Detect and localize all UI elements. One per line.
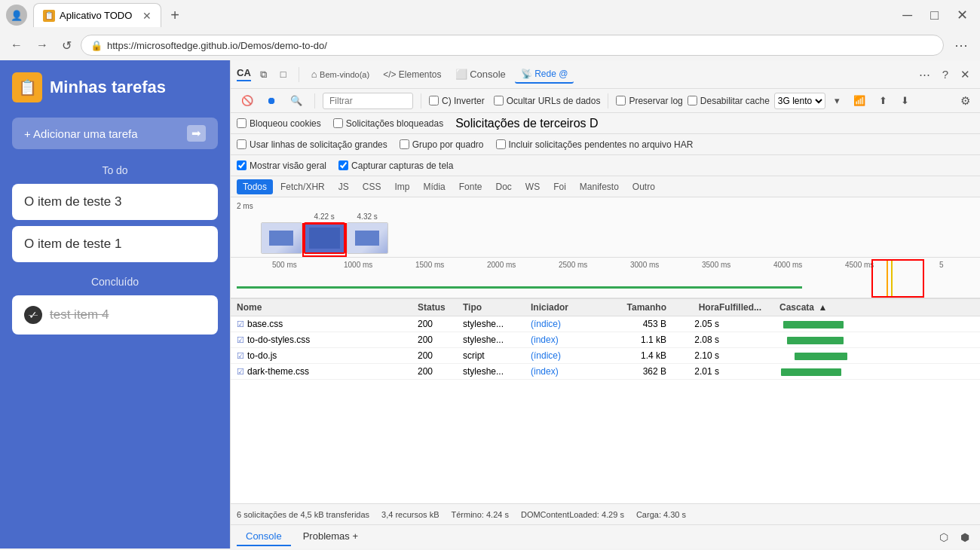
- tick-4000: 4000 ms: [773, 261, 802, 269]
- add-task-button[interactable]: + Adicionar uma tarefa ➡: [12, 118, 218, 149]
- completed-section-label: Concluído: [12, 276, 218, 288]
- blocked-requests-check[interactable]: Solicitações bloqueadas: [333, 118, 443, 129]
- capture-screenshots-check[interactable]: Capturar capturas de tela: [338, 160, 453, 171]
- filmstrip: 2 ms 4.22 s: [231, 197, 980, 258]
- undock-button[interactable]: ⬡: [935, 529, 953, 545]
- tab-title: Aplicativo TODO: [60, 10, 132, 21]
- devtools-close-button[interactable]: ✕: [957, 66, 974, 84]
- type-tab-foi[interactable]: Foi: [547, 179, 572, 194]
- network-tab[interactable]: 📡 Rede @: [515, 66, 574, 84]
- preserve-log-checkbox[interactable]: Preservar log: [616, 96, 682, 106]
- hide-urls-checkbox[interactable]: Ocultar URLs de dados: [494, 96, 601, 106]
- type-tab-fetch[interactable]: Fetch/XHR: [274, 179, 331, 194]
- todo-section-label: To do: [12, 164, 218, 176]
- settings-icon[interactable]: ⚙: [957, 92, 974, 110]
- filmstrip-item-3[interactable]: 4.32 s: [347, 212, 388, 254]
- type-tab-all[interactable]: Todos: [237, 179, 273, 194]
- tab-favicon: 📋: [43, 10, 55, 22]
- task-item-3[interactable]: O item de teste 3: [12, 184, 218, 220]
- filmstrip-thumb-selected: [304, 222, 345, 254]
- download-icon[interactable]: ⬇: [896, 93, 914, 108]
- console-tab[interactable]: ⬜ Console: [451, 66, 510, 82]
- third-party-label: Solicitações de terceiros D: [455, 117, 598, 130]
- help-button[interactable]: ?: [939, 66, 952, 83]
- detach-button[interactable]: ⧉: [256, 66, 271, 83]
- add-task-label: + Adicionar uma tarefa: [24, 127, 138, 140]
- close-button[interactable]: ✕: [951, 4, 974, 26]
- file-icon-2: ☑: [237, 335, 244, 345]
- tab-close-button[interactable]: ✕: [142, 10, 152, 22]
- network-table[interactable]: Nome Status Tipo Iniciador Tamanho Hora …: [231, 299, 980, 503]
- home-button[interactable]: ⌂ Bem-vindo(a): [307, 66, 375, 82]
- bottom-tab-problems[interactable]: Problemas +: [294, 527, 367, 546]
- refresh-button[interactable]: ↺: [57, 35, 76, 56]
- cell-status-3: 200: [418, 350, 463, 361]
- close-panel-button[interactable]: ⬢: [956, 529, 974, 545]
- maximize-button[interactable]: □: [924, 5, 945, 26]
- tick-3500: 3500 ms: [702, 261, 730, 269]
- file-icon-1: ☑: [237, 319, 244, 329]
- active-tab[interactable]: 📋 Aplicativo TODO ✕: [33, 3, 161, 27]
- task-item-1[interactable]: O item de teste 1: [12, 226, 218, 262]
- type-tab-other[interactable]: Outro: [626, 179, 661, 194]
- cell-iniciador-4[interactable]: (index): [531, 366, 606, 377]
- more-options-button[interactable]: ⋯: [915, 66, 934, 84]
- type-tab-manifest[interactable]: Manifesto: [574, 179, 625, 194]
- large-rows-check[interactable]: Usar linhas de solicitação grandes: [237, 139, 387, 150]
- search-button[interactable]: 🔍: [286, 93, 307, 108]
- table-row[interactable]: ☑ to-do.js 200 script (índice) 1.4 kB 2.…: [231, 348, 980, 364]
- type-tab-css[interactable]: CSS: [357, 179, 387, 194]
- dock-button[interactable]: □: [276, 66, 291, 82]
- forward-button[interactable]: →: [32, 35, 53, 55]
- type-tab-js[interactable]: JS: [332, 179, 355, 194]
- cell-iniciador-2[interactable]: (index): [531, 335, 606, 345]
- timeline-area[interactable]: 500 ms 1000 ms 1500 ms 2000 ms 2500 ms 3…: [231, 258, 980, 299]
- invert-checkbox[interactable]: C) Inverter: [429, 96, 485, 106]
- col-cascata: Cascata ▲: [779, 302, 974, 313]
- completed-task-item-4[interactable]: ✓ test item 4: [12, 295, 218, 335]
- upload-icon[interactable]: ⬆: [874, 93, 892, 108]
- minimize-button[interactable]: ─: [896, 5, 918, 26]
- tick-2500: 2500 ms: [559, 261, 587, 269]
- cell-tamanho-4: 362 B: [606, 366, 666, 377]
- type-tab-font[interactable]: Fonte: [453, 179, 488, 194]
- filter-input[interactable]: [323, 93, 413, 109]
- throttle-dropdown[interactable]: ▾: [830, 93, 844, 108]
- type-tab-media[interactable]: Mídia: [417, 179, 451, 194]
- wifi-icon[interactable]: 📶: [849, 93, 870, 108]
- cell-status-2: 200: [418, 335, 463, 345]
- group-by-frame-check[interactable]: Grupo por quadro: [400, 139, 484, 150]
- clear-button[interactable]: 🚫: [237, 93, 258, 108]
- window-controls: ─ □ ✕: [896, 4, 974, 26]
- bottom-tab-console[interactable]: Console: [237, 527, 291, 546]
- ca-label[interactable]: CA: [237, 67, 251, 81]
- include-pending-check[interactable]: Incluir solicitações pendentes no arquiv…: [496, 139, 694, 150]
- disable-cache-checkbox[interactable]: Desabilitar cache: [688, 96, 770, 106]
- type-tab-ws[interactable]: WS: [519, 179, 546, 194]
- thumb-content-3: [348, 223, 387, 253]
- tick-1000: 1000 ms: [344, 261, 372, 269]
- new-tab-button[interactable]: +: [164, 4, 185, 27]
- address-input[interactable]: 🔒 https://microsoftedge.github.io/Demos/…: [81, 35, 944, 56]
- record-button[interactable]: ⏺: [262, 93, 281, 108]
- filmstrip-item-selected[interactable]: 4.22 s: [304, 212, 345, 254]
- cell-cascata-2: [779, 335, 974, 344]
- tick-5: 5: [939, 261, 944, 269]
- filmstrip-item-1[interactable]: [261, 222, 302, 254]
- cell-iniciador-1[interactable]: (índice): [531, 319, 606, 329]
- type-tab-img[interactable]: Imp: [388, 179, 415, 194]
- check-icon: ✓: [24, 306, 42, 324]
- back-button[interactable]: ←: [6, 35, 27, 55]
- elements-tab[interactable]: </> Elementos: [378, 67, 446, 82]
- cell-iniciador-3[interactable]: (índice): [531, 350, 606, 361]
- more-button[interactable]: ⋯: [948, 34, 974, 57]
- type-tab-doc[interactable]: Doc: [489, 179, 517, 194]
- col-status: Status: [418, 302, 463, 313]
- overview-check[interactable]: Mostrar visão geral: [237, 160, 326, 171]
- blocked-cookies-check[interactable]: Bloqueou cookies: [237, 118, 321, 129]
- file-icon-4: ☑: [237, 367, 244, 377]
- network-speed-select[interactable]: 3G lento: [774, 93, 825, 109]
- table-row[interactable]: ☑ dark-theme.css 200 styleshe... (index)…: [231, 364, 980, 380]
- table-row[interactable]: ☑ base.css 200 styleshe... (índice) 453 …: [231, 316, 980, 332]
- table-row[interactable]: ☑ to-do-styles.css 200 styleshe... (inde…: [231, 332, 980, 348]
